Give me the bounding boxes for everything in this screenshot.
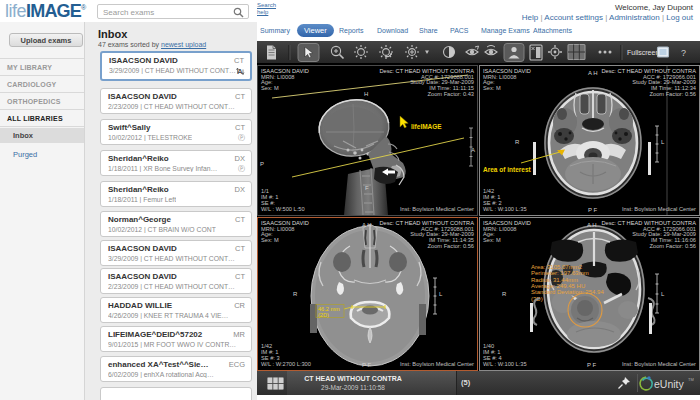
svg-text:TM: TM bbox=[688, 377, 694, 382]
svg-text:Average: 249.45 HU: Average: 249.45 HU bbox=[531, 283, 585, 289]
svg-text:A H: A H bbox=[587, 222, 597, 228]
svg-text:Area: 3105.07mm2: Area: 3105.07mm2 bbox=[531, 264, 583, 270]
svg-text:R: R bbox=[502, 291, 507, 297]
svg-text:F: F bbox=[365, 185, 369, 191]
svg-text:Standard Deviation: 254.94: Standard Deviation: 254.94 bbox=[531, 289, 604, 295]
svg-text:W/L : W:100 L:35: W/L : W:100 L:35 bbox=[483, 206, 527, 212]
svg-text:Fullscreen: Fullscreen bbox=[627, 49, 659, 56]
svg-text:A H: A H bbox=[588, 70, 598, 76]
svg-text:Zoom Factor: 0.56: Zoom Factor: 0.56 bbox=[428, 243, 474, 249]
svg-text:Area of interest: Area of interest bbox=[483, 166, 532, 173]
svg-text:eUnity: eUnity bbox=[654, 378, 685, 390]
svg-text:Inst: Boylston Medical Center: Inst: Boylston Medical Center bbox=[622, 361, 696, 367]
svg-text:Perimeter: 197.63mm: Perimeter: 197.63mm bbox=[531, 270, 589, 276]
svg-text:Inst: Boylston Medical Center: Inst: Boylston Medical Center bbox=[622, 206, 696, 212]
svg-text:Sex: M: Sex: M bbox=[261, 85, 279, 91]
svg-text:P F: P F bbox=[362, 362, 372, 368]
svg-text:R: R bbox=[515, 139, 520, 145]
svg-text:Zoom Factor: 0.56: Zoom Factor: 0.56 bbox=[650, 243, 696, 249]
svg-text:Sex: M: Sex: M bbox=[483, 85, 501, 91]
svg-text:R: R bbox=[293, 291, 298, 297]
svg-text:?: ? bbox=[681, 48, 686, 58]
svg-text:Inst: Boylston Medical Center: Inst: Boylston Medical Center bbox=[400, 361, 474, 367]
svg-text:A H: A H bbox=[362, 222, 372, 228]
svg-text:W/L : W:2700 L:300: W/L : W:2700 L:300 bbox=[261, 361, 311, 367]
svg-text:H: H bbox=[364, 91, 368, 97]
svg-text:P F: P F bbox=[588, 207, 598, 213]
svg-text:L: L bbox=[661, 291, 665, 297]
svg-text:Zoom Factor: 0.56: Zoom Factor: 0.56 bbox=[650, 91, 696, 97]
svg-text:Sex: M: Sex: M bbox=[261, 237, 279, 243]
svg-text:(2D): (2D) bbox=[318, 312, 329, 318]
svg-text:L: L bbox=[661, 139, 665, 145]
svg-text:L: L bbox=[439, 291, 443, 297]
svg-text:Inst: Boylston Medical Center: Inst: Boylston Medical Center bbox=[400, 206, 474, 212]
svg-text:Zoom Factor: 0.43: Zoom Factor: 0.43 bbox=[428, 91, 474, 97]
svg-text:Sex: M: Sex: M bbox=[483, 237, 501, 243]
svg-text:lifeIMAGE: lifeIMAGE bbox=[411, 123, 442, 130]
svg-text:Radius: 31.44mm: Radius: 31.44mm bbox=[531, 277, 578, 283]
svg-text:A: A bbox=[471, 147, 475, 153]
svg-text:W/L : W:500 L:50: W/L : W:500 L:50 bbox=[261, 206, 305, 212]
svg-text:W/L : W:100 L:35: W/L : W:100 L:35 bbox=[483, 361, 527, 367]
svg-text:P: P bbox=[260, 161, 264, 167]
svg-text:P F: P F bbox=[587, 362, 597, 368]
